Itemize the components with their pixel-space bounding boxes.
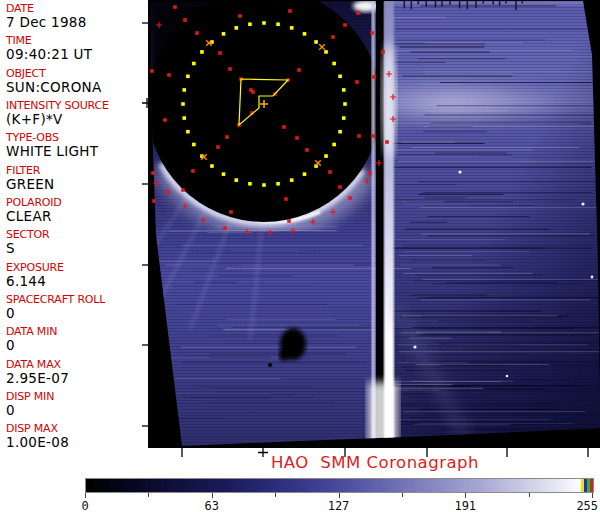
white-specks (413, 170, 593, 377)
red-fiducial-marker (282, 125, 286, 129)
metadata-entry: OBJECTSUN:CORONA (0, 65, 142, 97)
colorbar-tick-label: 255 (576, 499, 598, 512)
red-fiducial-marker (183, 18, 187, 22)
yellow-ring-marker (192, 143, 196, 147)
colorbar-minor-tick (529, 493, 530, 497)
red-fiducial-marker (251, 90, 255, 94)
yellow-ring-marker (290, 178, 294, 182)
metadata-label: DATA MIN (6, 323, 142, 338)
metadata-entry: DISP MIN0 (0, 388, 142, 420)
colorbar-tick-label: 191 (454, 499, 476, 512)
metadata-value: 6.144 (6, 274, 142, 289)
yellow-ring-marker (303, 172, 307, 176)
metadata-label: OBJECT (6, 65, 142, 80)
image-frame-background (148, 0, 600, 448)
red-plus-marker (364, 178, 370, 184)
red-fiducial-marker (191, 169, 195, 173)
red-fiducial-marker (372, 75, 376, 79)
colorbar-tick (465, 493, 466, 498)
red-fiducial-marker (286, 78, 290, 82)
red-fiducial-marker (297, 68, 301, 72)
vignette-top-left (150, 0, 240, 145)
metadata-label: DATA MAX (6, 356, 142, 371)
orange-x-marker (319, 44, 325, 50)
red-fiducial-marker (225, 135, 229, 139)
red-fiducial-marker (181, 188, 185, 192)
yellow-ring-marker (200, 50, 204, 54)
yellow-ring-marker (248, 22, 252, 26)
occulting-disk (147, 0, 381, 222)
colorbar-minor-tick (402, 493, 403, 497)
metadata-label: DATE (6, 0, 142, 15)
metadata-entry: DATA MAX2.95E-07 (0, 356, 142, 388)
colorbar-tick-label: 127 (328, 499, 350, 512)
metadata-entry: FILTERGREEN (0, 162, 142, 194)
red-fiducial-marker (195, 31, 199, 35)
red-fiducial-marker (250, 111, 254, 115)
orange-x-marker (201, 154, 207, 160)
red-fiducial-marker (228, 67, 232, 71)
red-plus-marker (200, 217, 206, 223)
annotation-polygon (239, 79, 288, 125)
red-fiducial-marker (173, 5, 177, 9)
yellow-ring-marker (276, 182, 280, 186)
metadata-entry: DISP MAX1.00E-08 (0, 420, 142, 452)
red-plus-marker (390, 116, 396, 122)
yellow-ring-marker (182, 88, 186, 92)
metadata-label: SECTOR (6, 226, 142, 241)
metadata-label: TYPE-OBS (6, 129, 142, 144)
yellow-ring-marker (262, 21, 266, 25)
red-fiducial-marker (238, 14, 242, 18)
metadata-value: 0 (6, 338, 142, 353)
metadata-entry: TIME09:40:21 UT (0, 32, 142, 64)
metadata-entry: POLAROIDCLEAR (0, 194, 142, 226)
yellow-ring-marker (222, 172, 226, 176)
red-fiducial-marker (288, 9, 292, 13)
red-fiducial-marker (237, 123, 241, 127)
metadata-value: CLEAR (6, 209, 142, 224)
red-fiducial-marker (151, 171, 155, 175)
yellow-ring-marker (200, 154, 204, 158)
colorbar-tick (85, 493, 86, 498)
red-plus-marker (390, 94, 396, 100)
red-fiducial-marker (355, 80, 359, 84)
red-fiducial-marker (338, 185, 342, 189)
red-plus-marker (330, 209, 336, 215)
red-fiducial-marker (385, 140, 389, 144)
yellow-ring-marker (332, 62, 336, 66)
red-plus-marker (153, 180, 159, 186)
yellow-ring-marker (182, 116, 186, 120)
sun-center-cross (260, 100, 268, 108)
metadata-label: INTENSITY SOURCE (6, 97, 142, 112)
colorbar-minor-tick (148, 493, 149, 497)
red-plus-marker (267, 230, 273, 236)
red-fiducial-marker (305, 148, 309, 152)
red-fiducial-marker (163, 118, 167, 122)
yellow-ring-marker (314, 40, 318, 44)
red-fiducial-marker (343, 23, 347, 27)
orange-x-marker (206, 40, 212, 46)
axis-ticks (142, 23, 588, 457)
metadata-entry: DATA MIN0 (0, 323, 142, 355)
colorbar-tick (592, 493, 593, 498)
red-plus-marker (244, 229, 250, 235)
metadata-value: 2.95E-07 (6, 371, 142, 386)
metadata-value: (K+F)*V (6, 112, 142, 127)
metadata-entry: TYPE-OBSWHITE LIGHT (0, 129, 142, 161)
metadata-entry: SPACECRAFT ROLL0 (0, 291, 142, 323)
yellow-ring-marker (210, 40, 214, 44)
metadata-value: 7 Dec 1988 (6, 15, 142, 30)
red-fiducial-marker (249, 88, 253, 92)
metadata-label: EXPOSURE (6, 259, 142, 274)
red-fiducial-marker (273, 92, 277, 96)
yellow-ring-marker (338, 74, 342, 78)
yellow-ring-marker (222, 32, 226, 36)
red-fiducial-marker (356, 11, 360, 15)
metadata-value: S (6, 241, 142, 256)
yellow-ring-marker (210, 164, 214, 168)
photo-region (147, 0, 600, 448)
colorbar-scale: 063127191255 (85, 493, 592, 511)
rim-glare-top (353, 0, 379, 12)
metadata-value: 0 (6, 403, 142, 418)
red-fiducial-marker (150, 69, 154, 73)
